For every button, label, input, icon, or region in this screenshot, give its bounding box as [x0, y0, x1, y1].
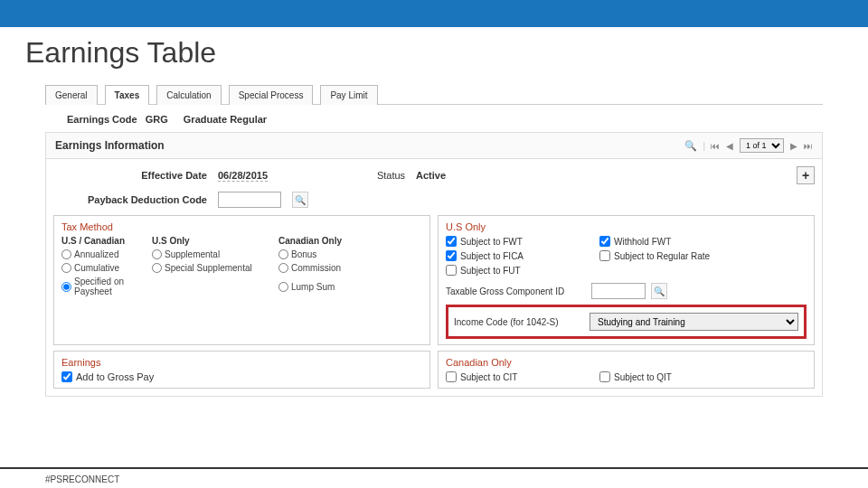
chk-add-to-gross[interactable]: Add to Gross Pay [61, 371, 422, 382]
tax-method-headers: U.S / Canadian U.S Only Canadian Only [61, 236, 422, 246]
earnings-code-subheader: Earnings Code GRG Graduate Regular [45, 105, 823, 132]
chk-withhold-fwt[interactable]: Withhold FWT [599, 236, 753, 247]
hdr-us-ca: U.S / Canadian [61, 236, 152, 246]
income-code-label: Income Code (for 1042-S) [454, 317, 580, 327]
tax-method-grid: Annualized Supplemental Bonus Cumulative… [61, 249, 422, 296]
radio-bonus[interactable]: Bonus [278, 249, 378, 259]
chk-subject-fica[interactable]: Subject to FICA [446, 250, 599, 261]
slide-title: Earnings Table [0, 27, 868, 84]
us-only-title: U.S Only [446, 221, 807, 232]
add-row-button[interactable]: + [797, 166, 815, 184]
earnings-code-description: Graduate Regular [184, 114, 267, 125]
pager-next-icon[interactable]: ▶ [789, 141, 798, 150]
earnings-box-left: Earnings Add to Gross Pay [53, 351, 430, 389]
canadian-only-grid: Subject to CIT Subject to QIT [446, 371, 807, 382]
chk-subject-fwt[interactable]: Subject to FWT [446, 236, 599, 247]
canadian-only-box: Canadian Only Subject to CIT Subject to … [438, 351, 815, 389]
radio-cumulative[interactable]: Cumulative [61, 263, 152, 273]
radio-supplemental[interactable]: Supplemental [152, 249, 278, 259]
radio-specified-paysheet[interactable]: Specified on Paysheet [61, 277, 152, 296]
chk-subject-fut[interactable]: Subject to FUT [446, 265, 599, 276]
effective-date-value: 06/28/2015 [218, 170, 268, 182]
hdr-us-only: U.S Only [152, 236, 278, 246]
find-icon[interactable]: 🔍 [684, 140, 697, 152]
tab-special-process[interactable]: Special Process [229, 85, 314, 105]
effective-date-row: Effective Date 06/28/2015 Status Active … [53, 166, 815, 184]
earnings-code-value: GRG [146, 114, 168, 125]
payback-label: Payback Deduction Code [53, 194, 207, 205]
tax-method-box: Tax Method U.S / Canadian U.S Only Canad… [53, 215, 430, 345]
pager-select[interactable]: 1 of 1 [740, 138, 784, 153]
taxable-gross-input[interactable] [591, 283, 646, 299]
earnings-title: Earnings [61, 357, 422, 368]
taxable-gross-row: Taxable Gross Component ID 🔍 [446, 283, 807, 299]
tab-taxes[interactable]: Taxes [105, 85, 150, 105]
radio-annualized[interactable]: Annualized [61, 249, 152, 259]
pager-first-icon[interactable]: ⏮ [711, 141, 720, 150]
slide-footer: #PSRECONNECT [0, 467, 868, 488]
income-code-highlight: Income Code (for 1042-S) Studying and Tr… [446, 305, 807, 339]
pager-last-icon[interactable]: ⏭ [804, 141, 813, 150]
footer-hashtag: #PSRECONNECT [45, 474, 119, 484]
tab-general[interactable]: General [45, 85, 98, 105]
app-screenshot: General Taxes Calculation Special Proces… [45, 84, 823, 397]
status-label: Status [333, 170, 405, 181]
section-header-bar: Earnings Information 🔍 | ⏮ ◀ 1 of 1 ▶ ⏭ [45, 132, 823, 159]
status-value: Active [416, 170, 446, 181]
earnings-code-label: Earnings Code [67, 114, 137, 125]
chk-subject-qit[interactable]: Subject to QIT [599, 371, 753, 382]
radio-commission[interactable]: Commission [278, 263, 378, 273]
record-pager: 🔍 | ⏮ ◀ 1 of 1 ▶ ⏭ [684, 138, 813, 153]
radio-lump-sum[interactable]: Lump Sum [278, 277, 378, 296]
us-only-box: U.S Only Subject to FWT Withhold FWT Sub… [438, 215, 815, 345]
pager-divider: | [703, 141, 705, 151]
us-only-grid: Subject to FWT Withhold FWT Subject to F… [446, 236, 807, 276]
canadian-only-title: Canadian Only [446, 357, 807, 368]
income-code-select[interactable]: Studying and Training [590, 313, 798, 331]
tax-method-title: Tax Method [61, 221, 422, 232]
chk-subject-cit[interactable]: Subject to CIT [446, 371, 599, 382]
tab-pay-limit[interactable]: Pay Limit [320, 85, 377, 105]
payback-row: Payback Deduction Code 🔍 [53, 192, 815, 208]
payback-lookup-icon[interactable]: 🔍 [292, 192, 308, 208]
tax-columns: Tax Method U.S / Canadian U.S Only Canad… [53, 215, 815, 345]
taxable-gross-label: Taxable Gross Component ID [446, 286, 586, 296]
payback-input[interactable] [218, 192, 281, 208]
tabstrip: General Taxes Calculation Special Proces… [45, 84, 823, 105]
chk-subject-regular-rate[interactable]: Subject to Regular Rate [599, 250, 753, 261]
hdr-ca-only: Canadian Only [278, 236, 378, 246]
effective-date-label: Effective Date [53, 170, 207, 181]
earnings-info-panel: Effective Date 06/28/2015 Status Active … [45, 159, 823, 397]
taxable-gross-lookup-icon[interactable]: 🔍 [651, 283, 667, 299]
radio-special-supplemental[interactable]: Special Supplemental [152, 263, 278, 273]
earnings-row: Earnings Add to Gross Pay Canadian Only … [53, 351, 815, 389]
pager-prev-icon[interactable]: ◀ [725, 141, 734, 150]
section-title: Earnings Information [55, 139, 165, 152]
top-accent-bar [0, 0, 868, 27]
tab-calculation[interactable]: Calculation [156, 85, 221, 105]
